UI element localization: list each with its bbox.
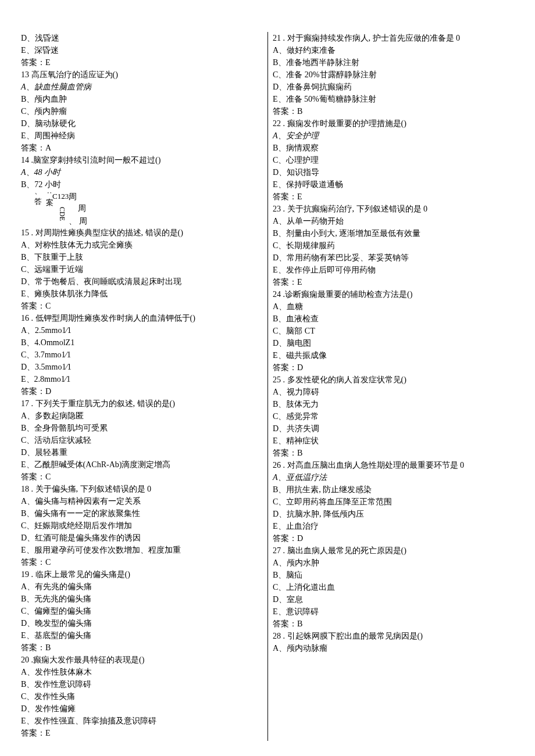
option-text: D、发作性偏瘫: [21, 703, 262, 715]
option-text: A、对称性肢体无力或完全瘫痪: [21, 239, 262, 251]
answer-text: 答案：E: [273, 276, 514, 288]
garbled-fragment: 周: [69, 191, 77, 203]
garbled-text-block: 答、 案: CDE C123: 周 周 、 周: [21, 191, 262, 227]
answer-text: 答案：B: [273, 105, 514, 117]
answer-text: 答案：B: [273, 447, 514, 459]
option-text: B、用抗生素, 防止继发感染: [273, 483, 514, 496]
option-text: D、共济失调: [273, 422, 514, 435]
option-text: E、意识障碍: [273, 605, 514, 618]
garbled-fragment: 、 周: [69, 215, 87, 227]
question-stem: 20 .癫痫大发作最具特征的表现是(): [21, 654, 262, 666]
option-text: E、保持呼吸道通畅: [273, 178, 514, 191]
option-text: B、4.OmmolZ1: [21, 336, 262, 349]
option-text: B、血液检查: [273, 313, 514, 325]
option-text: A、颅内水肿: [273, 557, 514, 569]
question-stem: 19 . 临床上最常见的偏头痛是(): [21, 568, 262, 581]
option-text: E、周围神经病: [21, 130, 262, 142]
question-stem: 23 . 关于抗癫痫药治疗, 下列叙述错误的是 0: [273, 203, 514, 215]
option-text: C、立即用药将血压降至正常范围: [273, 496, 514, 508]
option-text: C、发作性头痛: [21, 690, 262, 703]
option-text: A、颅内动脉瘤: [273, 642, 514, 654]
answer-text: 答案：E: [273, 191, 514, 203]
option-text: C、感觉异常: [273, 410, 514, 422]
answer-text: 答案：A: [21, 142, 262, 154]
option-text: E、乙酰胆碱受体(AChR-Ab)滴度测定增高: [21, 458, 262, 471]
option-text: E、基底型的偏头痛: [21, 629, 262, 642]
option-text: C、活动后症状减轻: [21, 434, 262, 446]
option-text: B、下肢重于上肢: [21, 251, 262, 263]
garbled-fragment: 周: [78, 202, 86, 214]
option-text: A、血糖: [273, 300, 514, 313]
option-text: A、2.5mmo1∕1: [21, 324, 262, 336]
answer-text: 答案：E: [21, 727, 262, 739]
option-text: D、常于饱餐后、夜间睡眠或清晨起床时出现: [21, 275, 262, 288]
option-text: B、72 小时: [21, 178, 262, 191]
answer-text: 答案：B: [273, 618, 514, 630]
option-text: E、服用避孕药可使发作次数增加、程度加重: [21, 544, 262, 556]
question-stem: 28 . 引起蛛网膜下腔出血的最常见病因是(): [273, 630, 514, 642]
garbled-fragment: 答、: [33, 192, 44, 199]
option-text: B、剂量由小到大, 逐渐增加至最低有效量: [273, 227, 514, 239]
answer-text: 答案：C: [21, 300, 262, 312]
option-text: D、抗脑水肿, 降低颅内压: [273, 508, 514, 520]
option-text: D、常用药物有苯巴比妥、苯妥英钠等: [273, 252, 514, 264]
option-text: C、远端重于近端: [21, 263, 262, 275]
option-text: E、精神症状: [273, 435, 514, 447]
option-text: C、3.7mmo1∕1: [21, 349, 262, 361]
option-text: B、全身骨骼肌均可受累: [21, 422, 262, 434]
option-text: D、脑电图: [273, 337, 514, 349]
answer-text: 答案：B: [21, 642, 262, 654]
option-text: D、3.5mmo1∕1: [21, 361, 262, 373]
option-text: C、长期规律服药: [273, 239, 514, 252]
option-text: D、晨轻暮重: [21, 446, 262, 458]
question-stem: 17 . 下列关于重症肌无力的叙述, 错误的是(): [21, 397, 262, 410]
option-text: B、发作性意识障碍: [21, 678, 262, 690]
option-text: E、准备 50%葡萄糖静脉注射: [273, 93, 514, 105]
option-text: D、知识指导: [273, 166, 514, 178]
option-text: C、脑部 CT: [273, 325, 514, 337]
option-text: E、深昏迷: [21, 44, 262, 56]
question-stem: 18 . 关于偏头痛, 下列叙述错误的是 0: [21, 483, 262, 495]
question-stem: 13 高压氧治疗的适应证为(): [21, 69, 262, 81]
question-stem: 16 . 低钾型周期性瘫痪发作时病人的血清钾低于(): [21, 312, 262, 324]
option-text: E、瘫痪肢体肌张力降低: [21, 288, 262, 300]
option-text: E、发作停止后即可停用药物: [273, 264, 514, 276]
option-text: C、上消化道出血: [273, 581, 514, 593]
option-text: A、缺血性脑血管病: [21, 81, 262, 93]
option-text: D、晚发型的偏头痛: [21, 617, 262, 629]
answer-text: 答案：C: [21, 471, 262, 483]
question-stem: 21 . 对于癫痫持续发作病人, 护士首先应做的准备是 0: [273, 32, 514, 44]
question-stem: 14 .脑室穿刺持续引流时间一般不超过(): [21, 154, 262, 166]
option-text: A、从单一药物开始: [273, 215, 514, 227]
option-text: A、偏头痛与精神因素有一定关系: [21, 495, 262, 507]
option-text: E、2.8mmo1∕1: [21, 373, 262, 385]
option-text: E、发作性强直、阵挛抽搐及意识障碍: [21, 715, 262, 727]
option-text: C、准备 20%甘露醇静脉注射: [273, 69, 514, 81]
option-text: C、偏瘫型的偏头痛: [21, 605, 262, 617]
option-text: A、亚低温疗法: [273, 471, 514, 483]
answer-text: 答案：D: [273, 532, 514, 544]
question-stem: 24 .诊断癫痫最重要的辅助检查方法是(): [273, 288, 514, 300]
option-text: C、颅内肿瘤: [21, 105, 262, 117]
option-text: B、准备地西半静脉注射: [273, 56, 514, 69]
option-text: A、做好约束准备: [273, 44, 514, 56]
answer-text: 答案：E: [21, 56, 262, 69]
option-text: E、磁共振成像: [273, 349, 514, 361]
option-text: B、病情观察: [273, 142, 514, 154]
option-text: A、48 小时: [21, 166, 262, 178]
option-text: E、止血治疗: [273, 520, 514, 532]
option-text: D、室息: [273, 593, 514, 605]
option-text: A、视力障碍: [273, 386, 514, 398]
option-text: C、心理护理: [273, 154, 514, 166]
option-text: B、无先兆的偏头痛: [21, 593, 262, 605]
option-text: D、脑动脉硬化: [21, 117, 262, 130]
question-stem: 25 . 多发性硬化的病人首发症状常见(): [273, 374, 514, 386]
answer-text: 答案：C: [21, 556, 262, 568]
option-text: A、有先兆的偏头痛: [21, 581, 262, 593]
option-text: D、浅昏迷: [21, 32, 262, 44]
option-text: A、多数起病隐匿: [21, 410, 262, 422]
question-stem: 22 . 癫痫发作时最重要的护理措施是(): [273, 117, 514, 130]
answer-text: 答案：D: [21, 385, 262, 397]
option-text: A、发作性肢体麻木: [21, 666, 262, 678]
option-text: B、肢体无力: [273, 398, 514, 410]
